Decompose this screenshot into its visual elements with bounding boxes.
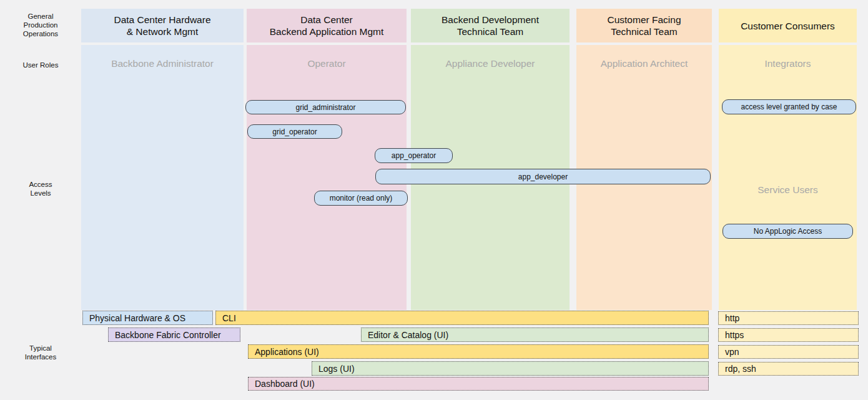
column-header-dc-backend-application-mgmt: Data Center Backend Application Mgmt — [247, 9, 407, 42]
header-line: Customer Consumers — [719, 20, 857, 32]
header-line: Data Center — [247, 14, 407, 26]
pill-app-developer: app_developer — [375, 169, 711, 184]
interface-bar-logs-ui: Logs (UI) — [312, 361, 709, 376]
label-line: Interfaces — [0, 352, 81, 361]
header-line: Backend Development — [411, 14, 570, 26]
pill-app-operator: app_operator — [375, 148, 453, 163]
role-application-architect: Application Architect — [576, 58, 712, 69]
pill-monitor-read-only: monitor (read only) — [314, 191, 408, 206]
role-appliance-developer: Appliance Developer — [411, 58, 570, 69]
label-line: Operations — [0, 29, 81, 38]
header-line: Data Center Hardware — [81, 14, 244, 26]
interface-bar-https: https — [718, 328, 859, 342]
column-header-dc-hardware-network-mgmt: Data Center Hardware & Network Mgmt — [81, 9, 244, 42]
column-body-customer-consumers: Integrators Service Users — [719, 45, 857, 310]
interface-bar-physical-hardware-os: Physical Hardware & OS — [82, 311, 213, 325]
column-header-customer-facing-technical-team: Customer Facing Technical Team — [576, 9, 712, 42]
label-line: Levels — [0, 189, 81, 198]
label-line: User Roles — [0, 61, 81, 69]
role-integrators: Integrators — [719, 58, 857, 69]
header-line: & Network Mgmt — [81, 26, 244, 38]
label-line: Typical — [0, 344, 81, 352]
header-line: Technical Team — [411, 26, 570, 38]
pill-grid-operator: grid_operator — [247, 124, 342, 139]
diagram-canvas: General Production Operations User Roles… — [0, 0, 868, 400]
interface-bar-rdp-ssh: rdp, ssh — [718, 362, 859, 376]
pill-grid-administrator: grid_administrator — [245, 100, 406, 114]
column-body-dc-hardware-network-mgmt: Backbone Administrator — [81, 45, 244, 310]
label-line: Production — [0, 21, 81, 29]
header-line: Customer Facing — [576, 14, 712, 26]
header-line: Technical Team — [576, 26, 712, 38]
column-header-customer-consumers: Customer Consumers — [719, 9, 857, 42]
label-access-levels: Access Levels — [0, 180, 81, 198]
header-line: Backend Application Mgmt — [247, 26, 407, 38]
interface-bar-dashboard-ui: Dashboard (UI) — [248, 377, 709, 391]
interface-bar-applications-ui: Applications (UI) — [248, 344, 709, 359]
interface-bar-editor-catalog-ui: Editor & Catalog (UI) — [361, 328, 709, 342]
interface-bar-backbone-fabric-controller: Backbone Fabric Controller — [108, 328, 240, 342]
label-typical-interfaces: Typical Interfaces — [0, 344, 81, 361]
label-line: Access — [0, 180, 81, 189]
label-user-roles: User Roles — [0, 61, 81, 69]
role-backbone-administrator: Backbone Administrator — [81, 58, 244, 69]
role-service-users: Service Users — [719, 184, 857, 196]
pill-access-level-granted-by-case: access level granted by case — [722, 99, 856, 114]
interface-bar-http: http — [718, 311, 859, 325]
interface-bar-cli: CLI — [215, 311, 709, 325]
column-header-backend-development-technical-team: Backend Development Technical Team — [411, 9, 570, 42]
label-line: General — [0, 12, 81, 21]
label-general-production-operations: General Production Operations — [0, 12, 81, 38]
role-operator: Operator — [247, 58, 407, 69]
interface-bar-vpn: vpn — [718, 345, 859, 359]
pill-no-applogic-access: No AppLogic Access — [723, 224, 853, 239]
